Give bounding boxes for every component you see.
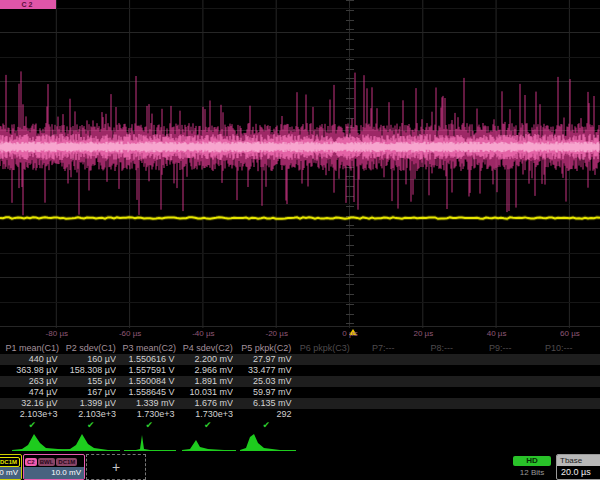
measure-value: 1.557591 V (120, 365, 175, 376)
add-trace-button[interactable]: + (86, 454, 146, 480)
timebase-title: Tbase (557, 455, 600, 466)
time-tick-label: 0 µs (342, 329, 357, 338)
trace-label-c2: C2 (0, 0, 56, 9)
measure-status-check-icon: ✔ (179, 420, 238, 431)
measurement-table: P1 mean(C1)P2 sdev(C1)P3 mean(C2)P4 sdev… (0, 343, 600, 431)
time-tick-label: -60 µs (119, 329, 141, 338)
time-axis: -100 µs-80 µs-60 µs-40 µs-20 µs0 µs20 µs… (0, 328, 600, 342)
measure-value: 363.98 µV (3, 365, 58, 376)
measure-value: 2.103e+3 (62, 409, 117, 420)
histicon (182, 440, 236, 451)
timebase-value: 20.0 µs (557, 466, 600, 479)
histicon (62, 434, 120, 451)
time-tick-label: 40 µs (487, 329, 507, 338)
measure-value: 474 µV (3, 387, 58, 398)
channel-c2-descriptor[interactable]: C2 BWL DC1M 10.0 mV (23, 454, 85, 480)
descriptor-bar: DC1M 10.0 mV C2 BWL DC1M 10.0 mV + HD 12… (0, 454, 600, 480)
measure-col-header[interactable]: P6 pkpk(C3) (296, 343, 355, 354)
measure-value: 155 µV (62, 376, 117, 387)
measure-col-header[interactable]: P9:--- (471, 343, 530, 354)
measure-value: 1.399 µV (62, 398, 117, 409)
c2-bwl-badge: BWL (38, 458, 56, 466)
measure-value: 10.031 mV (179, 387, 234, 398)
c1-vdiv-value: 10.0 mV (0, 467, 21, 479)
timebase-descriptor[interactable]: Tbase 20.0 µs (556, 454, 600, 480)
measure-col-header[interactable]: P2 sdev(C1) (62, 343, 121, 354)
measure-value: 440 µV (3, 354, 58, 365)
histicon (240, 434, 296, 451)
measure-value: 292 (237, 409, 292, 420)
measure-value: 2.966 mV (179, 365, 234, 376)
hd-bits-label: 12 Bits (513, 468, 551, 477)
measure-value: 167 µV (62, 387, 117, 398)
measure-status-check-icon: ✔ (3, 420, 62, 431)
time-tick-label: -20 µs (265, 329, 287, 338)
measure-value: 32.16 µV (3, 398, 58, 409)
measure-value: 25.03 mV (237, 376, 292, 387)
measure-value: 59.97 mV (237, 387, 292, 398)
c2-coupling-badge: DC1M (56, 458, 77, 466)
measure-value: 27.97 mV (237, 354, 292, 365)
waveform-traces (0, 0, 600, 328)
measure-value: 1.730e+3 (179, 409, 234, 420)
measure-value: 2.200 mV (179, 354, 234, 365)
measurement-histicons (0, 431, 600, 453)
measure-value: 263 µV (3, 376, 58, 387)
time-tick-label: -40 µs (192, 329, 214, 338)
hd-mode-badge[interactable]: HD (513, 456, 551, 466)
measure-value: 1.891 mV (179, 376, 234, 387)
measure-value: 1.339 mV (120, 398, 175, 409)
c1-coupling-badge: DC1M (0, 457, 20, 467)
measure-col-header[interactable]: P8:--- (413, 343, 472, 354)
c2-vdiv-value: 10.0 mV (24, 467, 84, 479)
measure-value: 1.676 mV (179, 398, 234, 409)
measure-col-header[interactable]: P1 mean(C1) (3, 343, 62, 354)
measure-col-header[interactable]: P10:--- (530, 343, 589, 354)
measure-value: 158.308 µV (62, 365, 117, 376)
histicon (124, 435, 176, 451)
measure-value: 33.477 mV (237, 365, 292, 376)
oscilloscope-screen: C2 -100 µs-80 µs-60 µs-40 µs-20 µs0 µs20… (0, 0, 600, 480)
measure-value: 160 µV (62, 354, 117, 365)
measure-value: 1.550084 V (120, 376, 175, 387)
measure-value: 1.730e+3 (120, 409, 175, 420)
time-tick-label: 60 µs (560, 329, 580, 338)
measure-col-header[interactable]: P5 pkpk(C2) (237, 343, 296, 354)
channel-c1-descriptor[interactable]: DC1M 10.0 mV (0, 454, 22, 480)
measure-col-header[interactable]: P7:--- (354, 343, 413, 354)
measure-status-check-icon: ✔ (62, 420, 121, 431)
measure-value: 1.558645 V (120, 387, 175, 398)
waveform-grid[interactable]: C2 (0, 0, 600, 328)
measure-col-header[interactable]: P4 sdev(C2) (179, 343, 238, 354)
measure-status-check-icon: ✔ (237, 420, 296, 431)
c2-name-badge: C2 (25, 458, 37, 466)
histicon (12, 434, 114, 451)
measure-status-check-icon: ✔ (120, 420, 179, 431)
measure-value: 6.135 mV (237, 398, 292, 409)
measure-value: 1.550616 V (120, 354, 175, 365)
time-tick-label: -80 µs (46, 329, 68, 338)
measure-col-header[interactable]: P3 mean(C2) (120, 343, 179, 354)
time-tick-label: 20 µs (413, 329, 433, 338)
measure-value: 2.103e+3 (3, 409, 58, 420)
